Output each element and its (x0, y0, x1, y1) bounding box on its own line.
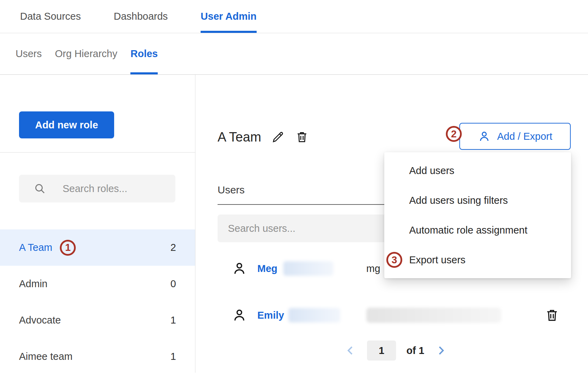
menu-item-label: Add users using filters (409, 195, 508, 206)
role-row-admin[interactable]: Admin 0 (0, 266, 195, 302)
sub-nav: Users Org Hierarchy Roles (0, 33, 588, 75)
person-icon (478, 130, 491, 143)
current-page-indicator: 1 (367, 340, 396, 361)
redacted-last-name (283, 261, 333, 276)
annotation-callout-1: 1 (60, 240, 76, 256)
role-name: Admin (19, 278, 47, 290)
role-user-count: 1 (171, 351, 176, 362)
role-row-advocate[interactable]: Advocate 1 (0, 302, 195, 338)
user-email: mg (366, 263, 380, 274)
user-name-link[interactable]: Emily (257, 310, 284, 321)
tab-users[interactable]: Users (16, 33, 42, 74)
user-row-emily: Emily (231, 298, 571, 333)
annotation-callout-2: 2 (446, 126, 462, 142)
role-user-count: 0 (171, 278, 176, 290)
delete-role-button[interactable] (295, 130, 309, 144)
page-title: A Team (218, 130, 261, 145)
menu-item-export-users[interactable]: 3 Export users (384, 245, 571, 275)
menu-item-label: Export users (409, 254, 466, 266)
person-icon (231, 307, 247, 323)
redacted-email (366, 308, 501, 323)
tab-org-hierarchy[interactable]: Org Hierarchy (55, 33, 118, 74)
roles-sidebar: Add new role A Team 1 2 (0, 75, 195, 373)
menu-item-label: Add users (409, 165, 454, 176)
trash-icon (295, 130, 309, 144)
menu-item-add-users-using-filters[interactable]: Add users using filters (384, 185, 571, 215)
role-user-count: 2 (171, 242, 176, 253)
role-title-row: A Team (218, 127, 309, 147)
top-nav: Data Sources Dashboards User Admin (0, 0, 588, 33)
tab-roles[interactable]: Roles (130, 33, 158, 74)
menu-item-label: Automatic role assignment (409, 225, 527, 236)
role-row-aimee-team[interactable]: Aimee team 1 (0, 338, 195, 373)
tab-data-sources[interactable]: Data Sources (20, 0, 81, 33)
role-name: A Team (19, 242, 52, 253)
pencil-icon (272, 130, 285, 144)
role-name: Aimee team (19, 351, 73, 362)
user-name-link[interactable]: Meg (257, 263, 277, 274)
pagination: 1 of 1 (344, 340, 447, 361)
sidebar-divider (0, 152, 195, 153)
trash-icon (544, 308, 560, 323)
redacted-last-name (288, 308, 340, 322)
remove-user-button[interactable] (544, 308, 560, 323)
role-detail-panel: A Team (195, 75, 588, 373)
tab-user-admin[interactable]: User Admin (201, 0, 257, 33)
tab-dashboards[interactable]: Dashboards (114, 0, 168, 33)
next-page-button[interactable] (435, 344, 447, 357)
person-icon (231, 261, 247, 276)
roles-list: A Team 1 2 Admin 0 Advocate 1 (0, 229, 195, 373)
add-export-label: Add / Export (497, 131, 552, 142)
page-count-label: of 1 (406, 345, 424, 356)
search-roles-input[interactable] (63, 183, 166, 194)
role-user-count: 1 (171, 315, 176, 326)
role-name: Advocate (19, 315, 61, 326)
user-admin-page: Data Sources Dashboards User Admin Users… (0, 0, 588, 373)
previous-page-button[interactable] (344, 344, 357, 357)
add-new-role-button[interactable]: Add new role (19, 111, 114, 138)
add-export-button[interactable]: Add / Export (459, 123, 571, 150)
edit-role-button[interactable] (272, 130, 285, 144)
menu-item-add-users[interactable]: Add users (384, 156, 571, 185)
content-area: Add new role A Team 1 2 (0, 75, 588, 373)
search-icon (34, 182, 46, 195)
add-export-dropdown-menu: Add users Add users using filters Automa… (384, 152, 571, 278)
role-search-box (19, 175, 175, 202)
menu-item-automatic-role-assignment[interactable]: Automatic role assignment (384, 215, 571, 245)
annotation-callout-3: 3 (386, 252, 402, 268)
role-row-a-team[interactable]: A Team 1 2 (0, 229, 195, 266)
search-users-input[interactable] (228, 223, 373, 234)
